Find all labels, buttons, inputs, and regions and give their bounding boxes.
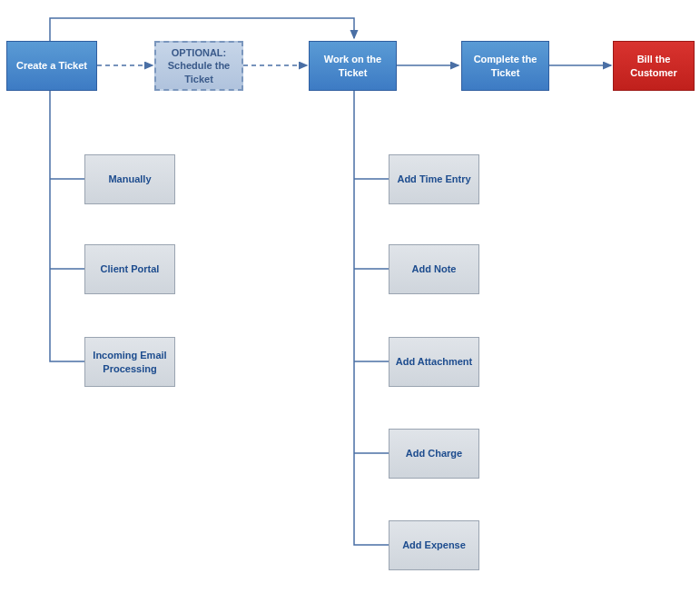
node-add-attachment: Add Attachment (389, 337, 479, 387)
node-add-note: Add Note (389, 244, 479, 294)
node-incoming-email: Incoming Email Processing (84, 337, 175, 387)
node-manually: Manually (84, 154, 175, 204)
node-add-expense: Add Expense (389, 520, 479, 570)
node-create-ticket: Create a Ticket (6, 41, 97, 91)
node-optional-schedule: OPTIONAL: Schedule the Ticket (154, 41, 243, 91)
node-complete-ticket: Complete the Ticket (461, 41, 549, 91)
node-work-on-ticket: Work on the Ticket (309, 41, 397, 91)
node-client-portal: Client Portal (84, 244, 175, 294)
node-bill-customer: Bill the Customer (613, 41, 695, 91)
node-add-charge: Add Charge (389, 429, 479, 479)
node-add-time-entry: Add Time Entry (389, 154, 479, 204)
